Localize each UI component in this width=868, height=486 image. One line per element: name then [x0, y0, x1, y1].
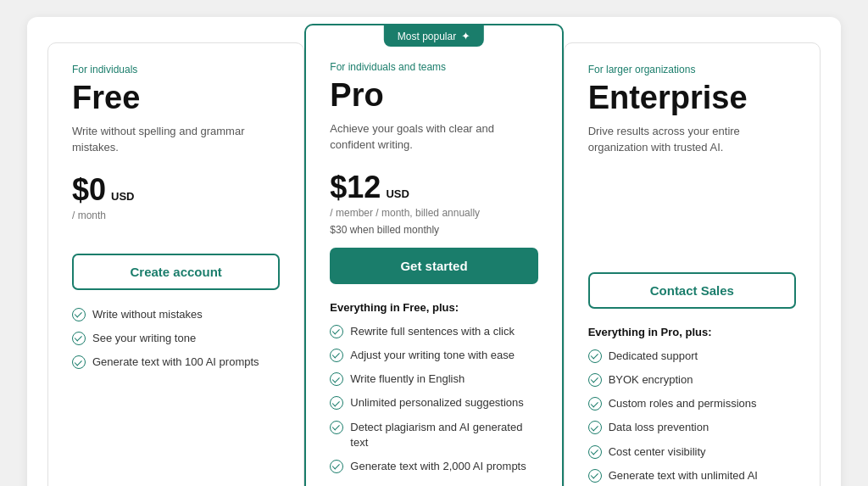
- enterprise-audience: For larger organizations: [588, 64, 796, 75]
- pro-audience: For individuals and teams: [330, 61, 537, 73]
- list-item: Dedicated support: [588, 349, 796, 364]
- pro-usd: USD: [386, 187, 409, 200]
- enterprise-description: Drive results across your entire organiz…: [588, 123, 796, 157]
- free-cta-button[interactable]: Create account: [72, 254, 280, 290]
- free-description: Write without spelling and grammar mista…: [72, 123, 280, 157]
- pro-cta-button[interactable]: Get started: [330, 248, 537, 284]
- list-item: Generate text with 100 AI prompts: [72, 355, 280, 370]
- check-icon: [588, 421, 602, 434]
- free-price: $0: [72, 172, 106, 208]
- free-usd: USD: [111, 190, 134, 203]
- pro-feature-list: Rewrite full sentences with a click Adju…: [330, 324, 537, 474]
- check-icon: [72, 332, 86, 345]
- free-audience: For individuals: [72, 64, 280, 75]
- list-item: Detect plagiarism and AI generated text: [330, 420, 537, 450]
- check-icon: [330, 349, 343, 362]
- free-price-block: $0 USD / month: [72, 172, 280, 221]
- check-icon: [72, 355, 86, 369]
- enterprise-plan-name: Enterprise: [588, 81, 796, 116]
- list-item: Custom roles and permissions: [588, 396, 796, 411]
- check-icon: [588, 373, 602, 387]
- pro-price: $12: [330, 170, 381, 205]
- check-icon: [330, 396, 343, 410]
- enterprise-plan-card: For larger organizations Enterprise Driv…: [564, 42, 821, 486]
- most-popular-badge: Most popular ✦: [384, 25, 484, 47]
- list-item: BYOK encryption: [588, 372, 796, 388]
- check-icon: [330, 325, 343, 338]
- list-item: Generate text with 2,000 AI prompts: [330, 459, 537, 474]
- pro-price-block: $12 USD / member / month, billed annuall…: [330, 170, 537, 219]
- list-item: See your writing tone: [72, 331, 280, 346]
- pro-plan-name: Pro: [330, 78, 537, 114]
- enterprise-features-header: Everything in Pro, plus:: [588, 326, 796, 338]
- list-item: Write without mistakes: [72, 307, 280, 322]
- list-item: Adjust your writing tone with ease: [330, 348, 537, 363]
- free-plan-name: Free: [72, 81, 280, 116]
- free-period: / month: [72, 209, 280, 221]
- check-icon: [72, 308, 86, 321]
- pro-plan-card: Most popular ✦ For individuals and teams…: [304, 24, 563, 486]
- pro-description: Achieve your goals with clear and confid…: [330, 120, 537, 154]
- pricing-container: For individuals Free Write without spell…: [27, 17, 841, 486]
- check-icon: [588, 445, 602, 459]
- list-item: Unlimited personalized suggestions: [330, 395, 537, 411]
- sparkle-icon: ✦: [461, 30, 470, 42]
- check-icon: [330, 421, 343, 434]
- enterprise-cta-button[interactable]: Contact Sales: [588, 272, 796, 309]
- check-icon: [588, 469, 602, 483]
- list-item: Data loss prevention: [588, 420, 796, 435]
- list-item: Cost center visibility: [588, 444, 796, 460]
- list-item: Generate text with unlimited AI prompts: [588, 468, 796, 486]
- check-icon: [330, 460, 343, 473]
- enterprise-feature-list: Dedicated support BYOK encryption Custom…: [588, 349, 796, 486]
- check-icon: [330, 372, 343, 386]
- pro-features-header: Everything in Free, plus:: [330, 301, 537, 314]
- free-feature-list: Write without mistakes See your writing …: [72, 307, 280, 371]
- list-item: Rewrite full sentences with a click: [330, 324, 537, 339]
- check-icon: [588, 349, 602, 363]
- pro-monthly-note: $30 when billed monthly: [330, 224, 537, 236]
- list-item: Write fluently in English: [330, 371, 537, 387]
- pro-period: / member / month, billed annually: [330, 207, 537, 219]
- check-icon: [588, 397, 602, 411]
- free-plan-card: For individuals Free Write without spell…: [47, 42, 304, 486]
